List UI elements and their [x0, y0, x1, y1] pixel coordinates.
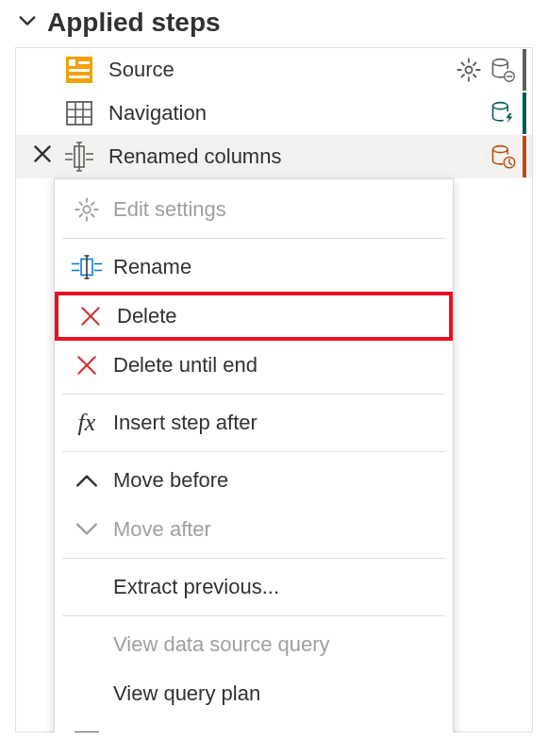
delete-x-icon[interactable]: [30, 142, 55, 172]
step-label: Renamed columns: [108, 144, 489, 169]
properties-icon: [68, 726, 106, 732]
step-row-navigation[interactable]: Navigation: [16, 92, 532, 135]
close-x-icon: [72, 299, 109, 333]
svg-point-9: [493, 103, 508, 109]
database-clock-icon[interactable]: [489, 143, 517, 171]
menu-item-label: Rename: [113, 255, 191, 279]
menu-item-properties[interactable]: Properties...: [55, 718, 453, 732]
svg-rect-2: [78, 61, 90, 64]
menu-item-label: Delete until end: [113, 353, 257, 378]
menu-item-label: Edit settings: [113, 197, 226, 222]
gear-icon[interactable]: [455, 56, 483, 84]
menu-item-delete[interactable]: Delete: [55, 292, 453, 341]
svg-point-6: [493, 59, 508, 66]
menu-item-move-before[interactable]: Move before: [55, 456, 453, 505]
menu-item-insert-step-after[interactable]: fx Insert step after: [55, 398, 453, 447]
menu-item-label: View data source query: [113, 632, 330, 657]
chevron-down-icon: [17, 8, 38, 38]
svg-point-11: [493, 146, 508, 153]
chevron-up-icon: [68, 463, 106, 497]
svg-point-13: [83, 206, 90, 212]
rename-columns-icon: [63, 141, 95, 173]
menu-item-move-after: Move after: [55, 505, 453, 554]
close-x-icon: [68, 348, 106, 382]
svg-rect-8: [67, 102, 91, 125]
menu-item-edit-settings: Edit settings: [55, 185, 453, 234]
step-label: Source: [108, 58, 455, 82]
gear-icon: [68, 193, 106, 227]
menu-item-view-data-source-query: View data source query: [55, 620, 453, 669]
svg-rect-1: [69, 59, 75, 66]
step-context-menu: Edit settings Rename Delete Dele: [54, 178, 454, 732]
applied-steps-header[interactable]: Applied steps: [0, 0, 548, 47]
svg-point-5: [466, 67, 473, 74]
step-row-source[interactable]: Source: [16, 48, 532, 92]
section-title: Applied steps: [47, 8, 221, 38]
menu-item-label: Move after: [113, 517, 211, 542]
fx-icon: fx: [68, 406, 106, 440]
menu-item-label: Delete: [117, 304, 177, 328]
menu-item-label: Extract previous...: [113, 575, 279, 599]
step-label: Navigation: [108, 101, 489, 126]
database-lightning-icon[interactable]: [489, 99, 517, 127]
svg-rect-3: [69, 69, 90, 72]
database-minus-icon[interactable]: [489, 56, 517, 84]
menu-item-label: Insert step after: [113, 411, 257, 435]
chevron-down-icon: [68, 512, 106, 546]
menu-item-rename[interactable]: Rename: [55, 243, 453, 292]
step-row-renamed-columns[interactable]: Renamed columns: [16, 135, 532, 178]
menu-item-extract-previous[interactable]: Extract previous...: [55, 563, 453, 612]
menu-item-view-query-plan[interactable]: View query plan: [55, 669, 453, 718]
table-source-icon: [63, 54, 95, 86]
menu-item-label: View query plan: [113, 681, 260, 706]
table-icon: [63, 97, 95, 129]
applied-steps-panel: Source Navigation: [15, 47, 533, 732]
menu-item-label: Move before: [113, 468, 228, 493]
menu-item-label: Properties...: [113, 731, 225, 732]
rename-icon: [68, 250, 106, 284]
svg-rect-4: [69, 76, 90, 78]
menu-item-delete-until-end[interactable]: Delete until end: [55, 341, 453, 390]
